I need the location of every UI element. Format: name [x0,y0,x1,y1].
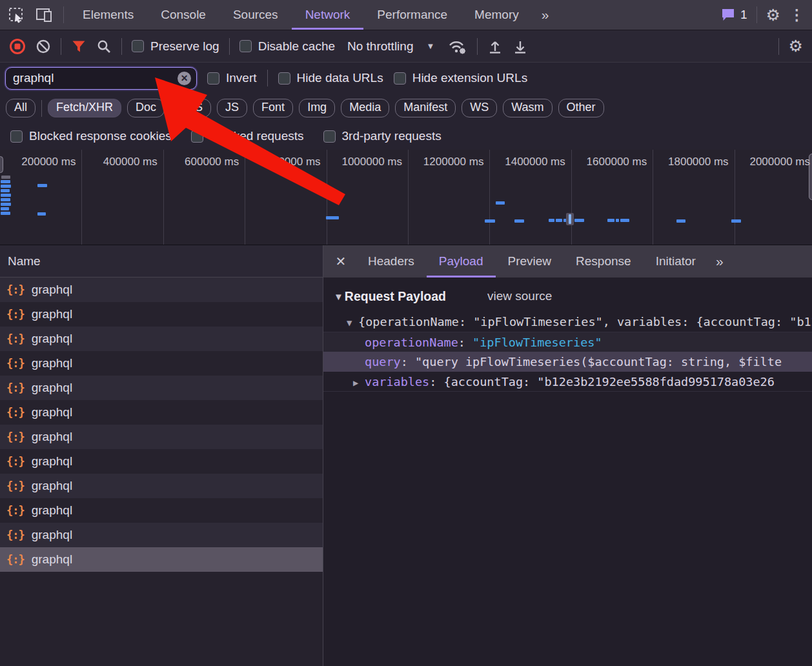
tab-performance[interactable]: Performance [363,0,461,30]
request-row[interactable]: {:}graphql [0,327,323,351]
waterfall-bar [549,219,554,222]
request-row[interactable]: {:}graphql [0,376,323,400]
network-settings-gear-icon[interactable]: ⚙ [789,38,803,54]
record-network-log-icon[interactable] [9,38,26,55]
payload-property-row[interactable]: query: "query ipFlowTimeseries($accountT… [323,352,812,372]
payload-root-row[interactable]: ▼{operationName: "ipFlowTimeseries", var… [323,312,812,332]
waterfall-bar [1,212,10,215]
timeline-gridline [245,150,245,245]
issues-counter[interactable]: 1 [720,8,747,22]
detail-tab-headers[interactable]: Headers [356,245,427,278]
request-row[interactable]: {:}graphql [0,278,323,302]
tab-console[interactable]: Console [147,0,219,30]
close-detail-icon[interactable]: ✕ [326,245,356,278]
network-conditions-icon[interactable] [447,38,467,55]
request-row[interactable]: {:}graphql [0,498,323,523]
settings-gear-icon[interactable]: ⚙ [766,7,780,23]
filter-pill-manifest[interactable]: Manifest [395,99,456,117]
hide-extension-urls-checkbox[interactable] [394,72,406,85]
hide-extension-urls-label: Hide extension URLs [412,71,527,85]
filter-pill-media[interactable]: Media [341,99,389,117]
tab-sources[interactable]: Sources [219,0,292,30]
detail-tab-initiator[interactable]: Initiator [644,245,708,278]
waterfall-bar [496,201,505,205]
overview-left-handle[interactable] [0,156,3,173]
timeline-tick-label: 1800000 ms [668,156,735,168]
request-row[interactable]: {:}graphql [0,302,323,327]
payload-preview-text: {operationName: "ipFlowTimeseries", vari… [358,315,812,328]
request-name: graphql [32,283,72,297]
device-toolbar-icon[interactable] [35,6,53,23]
filter-pill-fetch-xhr[interactable]: Fetch/XHR [48,99,121,117]
timeline-gridline [81,150,82,245]
filter-pill-wasm[interactable]: Wasm [503,99,552,117]
payload-property-row[interactable]: ▶variables: {accountTag: "b12e3b2192ee55… [323,372,812,392]
filter-pill-img[interactable]: Img [299,99,335,117]
expand-caret-icon[interactable]: ▶ [353,373,365,392]
network-overview-timeline[interactable]: 200000 ms400000 ms600000 ms800000 ms1000… [0,150,812,245]
import-har-icon[interactable] [487,39,503,54]
timeline-gridline [571,150,572,245]
more-detail-tabs-icon[interactable]: » [708,245,730,278]
waterfall-bar [1,207,9,210]
fetch-xhr-icon: {:} [6,479,25,492]
filter-pill-js[interactable]: JS [217,99,247,117]
tab-elements[interactable]: Elements [69,0,147,30]
payload-colon: : [458,336,472,349]
waterfall-bar [326,216,339,219]
payload-key: operationName [365,336,458,349]
3rd-party-requests-checkbox[interactable] [323,130,336,143]
preserve-log-checkbox[interactable] [132,40,144,52]
blocked-response-cookies-checkbox[interactable] [10,130,23,143]
payload-colon: : [401,355,415,368]
request-row[interactable]: {:}graphql [0,523,323,547]
filter-pill-ws[interactable]: WS [462,99,497,117]
filter-funnel-icon[interactable] [71,39,86,54]
timeline-gridline [735,150,735,245]
divider [756,6,757,23]
checkbox-label: Blocked requests [210,129,304,143]
clear-network-log-icon[interactable] [36,39,51,54]
blocked-requests-checkbox[interactable] [191,130,203,143]
fetch-xhr-icon: {:} [6,283,25,296]
request-row[interactable]: {:}graphql [0,474,323,498]
filter-pill-css[interactable]: CSS [170,99,211,117]
collapse-caret-icon[interactable]: ▼ [347,313,358,332]
payload-colon: : [429,375,443,388]
payload-property-row[interactable]: operationName: "ipFlowTimeseries" [323,332,812,352]
inspect-element-icon[interactable] [8,6,25,23]
collapse-caret-icon[interactable]: ▼ [334,291,343,302]
hide-data-urls-checkbox[interactable] [278,72,290,85]
detail-tab-response[interactable]: Response [563,245,644,278]
filter-pill-all[interactable]: All [6,99,36,117]
timeline-tick-label: 1600000 ms [587,156,653,168]
fetch-xhr-icon: {:} [6,308,25,321]
throttling-value: No throttling [347,39,413,54]
request-row[interactable]: {:}graphql [0,351,323,376]
view-source-link[interactable]: view source [487,289,552,303]
tab-network[interactable]: Network [292,0,364,30]
filter-pill-other[interactable]: Other [558,99,604,117]
request-row[interactable]: {:}graphql [0,547,323,572]
kebab-menu-icon[interactable]: ⋮ [789,8,804,23]
search-icon[interactable] [96,39,112,54]
waterfall-bar [574,219,584,222]
more-panels-icon[interactable]: » [533,0,557,30]
clear-filter-icon[interactable]: ✕ [178,72,191,85]
filter-pill-doc[interactable]: Doc [127,99,165,117]
export-har-icon[interactable] [513,39,528,54]
tab-memory[interactable]: Memory [461,0,533,30]
request-row[interactable]: {:}graphql [0,425,323,449]
request-row[interactable]: {:}graphql [0,449,323,474]
filter-input[interactable]: graphql ✕ [5,67,197,90]
divider [778,38,779,55]
fetch-xhr-icon: {:} [6,430,25,443]
filter-pill-font[interactable]: Font [253,99,293,117]
detail-tab-preview[interactable]: Preview [496,245,564,278]
disable-cache-checkbox[interactable] [239,40,252,52]
invert-checkbox[interactable] [207,72,219,85]
detail-tab-payload[interactable]: Payload [427,245,496,278]
name-column-header[interactable]: Name [0,245,323,278]
throttling-select[interactable]: No throttling ▼ [345,39,437,54]
request-row[interactable]: {:}graphql [0,400,323,425]
